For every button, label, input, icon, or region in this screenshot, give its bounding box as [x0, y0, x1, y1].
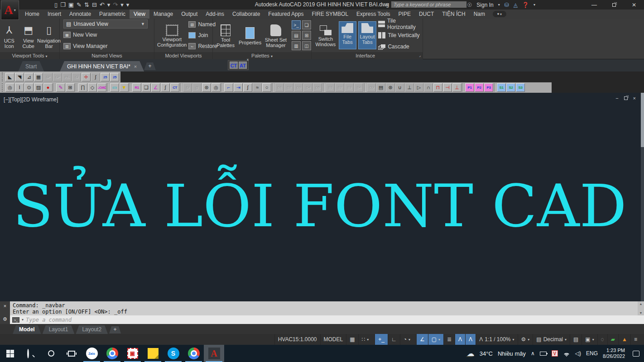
- toolbar-close-icon[interactable]: x: [247, 57, 249, 62]
- red-mark3-tool[interactable]: ⊥: [452, 83, 461, 92]
- open-file-icon[interactable]: ❒: [60, 2, 66, 8]
- model-space-button[interactable]: MODEL: [320, 334, 346, 345]
- sheet-set-manager-button[interactable]: Sheet Set Manager: [264, 23, 288, 48]
- ribbon-tab-parametric[interactable]: Parametric: [95, 10, 130, 19]
- scale-list-button[interactable]: HVAC15:1.0000: [274, 334, 320, 345]
- view-cube-button[interactable]: ⬒ View Cube: [19, 22, 38, 49]
- tab-layout2[interactable]: Layout2: [76, 325, 108, 334]
- graphics-performance-button[interactable]: ▲: [618, 334, 630, 345]
- viewport-controls-label[interactable]: [−][Top][2D Wireframe]: [4, 96, 58, 103]
- sticky-notes-app[interactable]: [143, 345, 163, 362]
- count-palette-button[interactable]: ▤: [292, 31, 301, 40]
- temperature-label[interactable]: 34°C: [480, 350, 493, 357]
- panel-label-named-views[interactable]: Named Views: [60, 52, 154, 59]
- grid-display-toggle[interactable]: ▦: [346, 334, 358, 345]
- command-customize-icon[interactable]: ⚙: [3, 316, 7, 322]
- markup-palette-button[interactable]: ▥: [292, 41, 301, 50]
- new-view-button[interactable]: ▦ New View: [63, 30, 97, 40]
- ct-tool[interactable]: CT: [170, 83, 179, 92]
- zalo-app[interactable]: Zalo: [82, 345, 102, 362]
- duct-elbow-tool[interactable]: ◣: [5, 73, 14, 81]
- grid4-tool[interactable]: ⊞: [66, 83, 75, 92]
- help-search-input[interactable]: [391, 1, 467, 8]
- pl-tool[interactable]: P/L: [62, 73, 72, 81]
- tool-palettes-button[interactable]: Tool Palettes: [215, 23, 236, 48]
- snap-mode-toggle[interactable]: ∷▾: [358, 334, 372, 345]
- ribbon-tab-pipe[interactable]: PIPE: [394, 10, 415, 19]
- ortho-mode-toggle[interactable]: ∟: [388, 334, 400, 345]
- pipe-tool[interactable]: ⌐: [224, 83, 233, 92]
- command-input-row[interactable]: >_ ▾ Type a command: [10, 315, 644, 324]
- p3-chip-tool[interactable]: P3: [484, 83, 493, 92]
- s3-chip-tool[interactable]: S3: [516, 83, 525, 92]
- undo-icon[interactable]: ↶: [100, 2, 105, 8]
- s1-tool[interactable]: S1: [326, 83, 335, 92]
- search-button[interactable]: [20, 345, 41, 362]
- leaf-tool[interactable]: ⊛: [202, 83, 211, 92]
- p1-chip-tool[interactable]: P1: [465, 83, 474, 92]
- layout-tabs-toggle[interactable]: Layout Tabs: [358, 21, 377, 49]
- ribbon-tab-insert[interactable]: Insert: [43, 10, 65, 19]
- ribbon-tab-annotate[interactable]: Annotate: [65, 10, 95, 19]
- hardware-accel-button[interactable]: ▰: [607, 334, 618, 345]
- valve-tool[interactable]: ⇥: [234, 83, 243, 92]
- chrome-app-2[interactable]: [183, 345, 204, 362]
- target-tool[interactable]: ◎: [5, 83, 14, 92]
- d2-tool[interactable]: D2: [284, 83, 293, 92]
- annotation-visibility-toggle[interactable]: Ʌ: [455, 334, 465, 345]
- new-layout-button[interactable]: +: [109, 326, 121, 333]
- dim-25-v-tool[interactable]: 25: [110, 73, 119, 81]
- file-tab-document[interactable]: GHI HINH NEN VIET BAI* ×: [60, 61, 144, 71]
- toolbar-drag-handle[interactable]: [2, 72, 4, 81]
- duct-bend-tool[interactable]: ◥: [15, 73, 24, 81]
- dim-r1-tool[interactable]: R1: [132, 83, 141, 92]
- ribbon-tab-view[interactable]: View: [130, 10, 149, 19]
- leaf2-tool[interactable]: ⊛: [386, 83, 395, 92]
- save-as-icon[interactable]: ✎: [77, 2, 82, 8]
- viewport-scrollbar[interactable]: [641, 93, 644, 301]
- s1-chip-tool[interactable]: S1: [497, 83, 506, 92]
- panel-label-viewport-tools[interactable]: Viewport Tools ▾: [0, 52, 59, 59]
- s2-chip-tool[interactable]: S2: [506, 83, 515, 92]
- scroll-down-icon[interactable]: ▼: [639, 311, 643, 314]
- ribbon-tab-featured-apps[interactable]: Featured Apps: [264, 10, 308, 19]
- weather-label[interactable]: Nhiều mây: [498, 350, 526, 357]
- properties-button[interactable]: Properties: [237, 26, 263, 45]
- weather-icon[interactable]: ☁: [467, 349, 475, 358]
- save-icon[interactable]: ▣: [68, 2, 74, 8]
- autoscale-toggle[interactable]: Ʌ: [465, 334, 476, 345]
- command-line-palette-button[interactable]: >_: [292, 20, 301, 29]
- wifi-icon[interactable]: [563, 351, 570, 356]
- s3-tool[interactable]: S3: [345, 83, 354, 92]
- clip-tool[interactable]: ∩: [424, 83, 433, 92]
- poly2-tool[interactable]: ▷: [414, 83, 423, 92]
- panel-label-model-viewports[interactable]: Model Viewports: [154, 52, 212, 59]
- autocad-logo-button[interactable]: A ▾: [1, 0, 19, 20]
- recorder-app[interactable]: ▣: [122, 345, 143, 362]
- ct-button[interactable]: CT: [230, 62, 238, 69]
- task-view-button[interactable]: [61, 345, 82, 362]
- file-tabs-toggle[interactable]: File Tabs: [339, 21, 356, 49]
- d1-tool[interactable]: D1: [275, 83, 284, 92]
- ribbon-tab-duct[interactable]: DUCT: [415, 10, 438, 19]
- minimize-button[interactable]: —: [584, 0, 604, 10]
- d3-tool[interactable]: D3: [294, 83, 303, 92]
- clock[interactable]: 1:23 PM 8/26/2022: [603, 348, 625, 359]
- new-file-icon[interactable]: ▯: [54, 2, 58, 8]
- panel-label-interface[interactable]: Interface ⌟: [312, 52, 423, 59]
- language-indicator[interactable]: ENG: [586, 350, 598, 357]
- sign-in-button[interactable]: Sign In: [476, 2, 493, 8]
- calculator-palette-button[interactable]: ⊞: [302, 31, 311, 40]
- qat-customize-icon[interactable]: ▾: [126, 2, 130, 8]
- redo-drop-icon[interactable]: ▾: [120, 2, 124, 8]
- tray-palette-button[interactable]: ◫: [302, 41, 311, 50]
- command-input-placeholder[interactable]: Type a command: [26, 317, 72, 323]
- red-mark1-tool[interactable]: ⊓: [433, 83, 442, 92]
- ci-tool[interactable]: CI: [72, 73, 81, 81]
- switch-windows-button[interactable]: Switch Windows: [314, 24, 337, 47]
- workspace-switching-button[interactable]: ⚙▾: [518, 334, 533, 345]
- command-scrollbar[interactable]: ▲ ▼: [638, 301, 644, 315]
- polar-tracking-toggle[interactable]: ◔▾: [400, 334, 413, 345]
- osnap-tracking-toggle[interactable]: ∠: [416, 334, 428, 345]
- new-file-tab-button[interactable]: +: [144, 62, 156, 70]
